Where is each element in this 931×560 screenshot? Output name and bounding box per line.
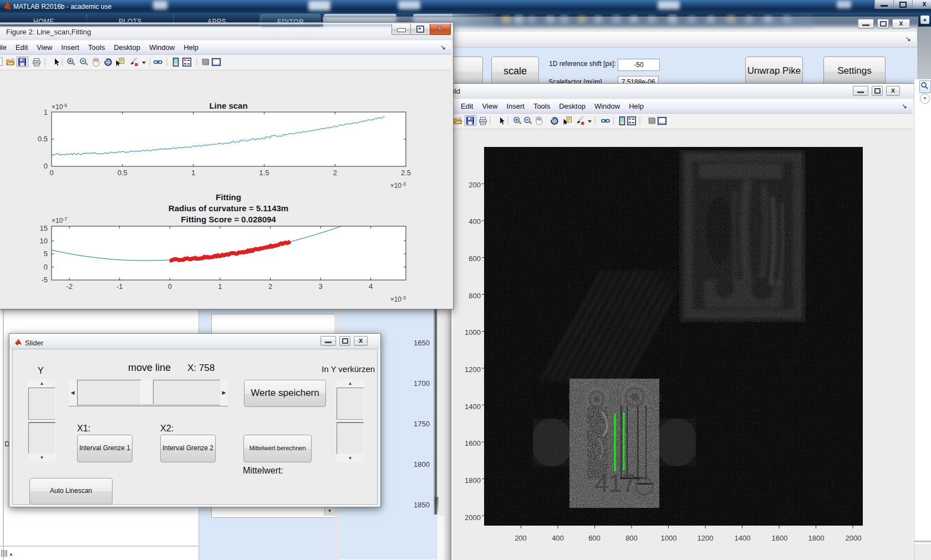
svg-text:0: 0 (44, 162, 48, 170)
svg-text:417: 417 (595, 470, 635, 497)
svg-text:Fitting: Fitting (216, 192, 241, 202)
svg-text:Radius of curvature = 5.1143m: Radius of curvature = 5.1143m (169, 203, 288, 213)
svg-text:1: 1 (44, 108, 48, 116)
svg-text:10: 10 (40, 237, 48, 245)
svg-text:1.5: 1.5 (259, 169, 269, 177)
svg-text:0.5: 0.5 (118, 169, 128, 177)
svg-text:2: 2 (268, 282, 272, 291)
svg-text:×10-6: ×10-6 (52, 103, 67, 111)
svg-text:15: 15 (40, 224, 48, 232)
svg-text:2: 2 (333, 169, 337, 177)
svg-text:Line scan: Line scan (209, 101, 247, 110)
svg-text:0.5: 0.5 (38, 135, 48, 143)
svg-text:×10-3: ×10-3 (390, 295, 406, 303)
svg-text:×: × (437, 24, 442, 33)
svg-text:Fitting Score = 0.028094: Fitting Score = 0.028094 (181, 215, 276, 224)
svg-text:0: 0 (168, 282, 172, 291)
svg-text:5: 5 (44, 250, 48, 258)
svg-text:×10-3: ×10-3 (390, 181, 406, 190)
svg-text:1: 1 (218, 282, 222, 291)
svg-text:1: 1 (191, 169, 195, 177)
svg-text:-5: -5 (41, 276, 48, 284)
svg-text:4: 4 (369, 282, 373, 291)
svg-text:-2: -2 (66, 282, 73, 291)
svg-text:0: 0 (44, 263, 48, 271)
svg-text:0: 0 (49, 169, 53, 177)
svg-text:3: 3 (318, 282, 322, 291)
svg-text:2.5: 2.5 (401, 169, 411, 177)
svg-text:×10-7: ×10-7 (52, 216, 67, 225)
svg-text:-1: -1 (116, 282, 123, 291)
